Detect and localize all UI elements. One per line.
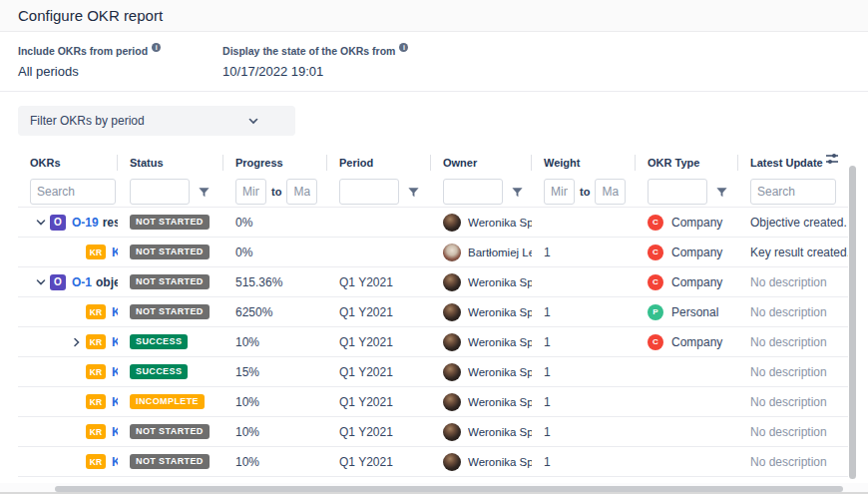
column-header-owner: Owner bbox=[431, 149, 532, 177]
okr-cell: KRKR-2e bbox=[18, 327, 118, 356]
status-badge: SUCCESS bbox=[130, 334, 188, 349]
filter-dropdown-label: Filter OKRs by period bbox=[30, 114, 247, 128]
status-cell: NOT STARTED bbox=[118, 267, 223, 296]
status-badge: NOT STARTED bbox=[130, 245, 210, 259]
column-header-label: Period bbox=[339, 157, 373, 169]
owner-cell: Weronika Spale bbox=[431, 267, 532, 296]
section-divider bbox=[0, 91, 868, 92]
filter-cell-weight: to bbox=[532, 177, 636, 207]
okr-type-cell bbox=[636, 387, 738, 416]
filter-max-input-progress[interactable] bbox=[286, 179, 317, 205]
latest-update-text: Objective created. bbox=[750, 216, 847, 230]
latest-update-text: No description bbox=[750, 455, 827, 469]
table-row: KRKR-3eSUCCESS15%Q1 Y2021Weronika Spale1… bbox=[18, 356, 848, 386]
okr-type-cell: CCompany bbox=[636, 208, 738, 237]
table-row: KRKR-5cNOT STARTED10%Q1 Y2021Weronika Sp… bbox=[18, 416, 848, 446]
weight-cell: 1 bbox=[532, 447, 636, 476]
filter-max-input-weight[interactable] bbox=[595, 179, 626, 205]
owner-name: Weronika Spale bbox=[468, 426, 532, 438]
table-header-row: OKRsStatusProgressPeriodOwnerWeightOKR T… bbox=[18, 149, 848, 177]
key-result-icon: KR bbox=[86, 304, 106, 319]
include-period-value: All periods bbox=[18, 64, 161, 79]
status-badge: SUCCESS bbox=[130, 364, 188, 379]
filter-min-input-weight[interactable] bbox=[544, 179, 575, 205]
status-badge: INCOMPLETE bbox=[130, 394, 205, 409]
status-cell: NOT STARTED bbox=[118, 208, 223, 237]
column-header-progress: Progress bbox=[223, 149, 327, 177]
okr-id-link[interactable]: O-19 bbox=[72, 216, 99, 230]
okr-type-cell: CCompany bbox=[636, 327, 738, 356]
vertical-scrollbar[interactable] bbox=[849, 166, 856, 479]
filter-cell-progress: to bbox=[223, 177, 327, 207]
okr-type-label: Company bbox=[671, 335, 722, 349]
state-from-label: Display the state of the OKRs from bbox=[222, 45, 395, 57]
status-cell: SUCCESS bbox=[118, 357, 223, 386]
filter-select-input-period[interactable] bbox=[339, 179, 399, 205]
okr-name: obje... bbox=[96, 275, 118, 289]
filter-funnel-icon[interactable] bbox=[407, 186, 420, 199]
column-header-label: Weight bbox=[544, 157, 580, 169]
table-row: OO-19res...NOT STARTED0%Weronika SpaleCC… bbox=[18, 207, 848, 237]
weight-cell: 1 bbox=[532, 387, 636, 416]
collapse-chevron-icon[interactable] bbox=[34, 275, 48, 289]
okr-type-label: Personal bbox=[671, 305, 718, 319]
filter-cell-owner bbox=[431, 177, 532, 207]
filter-select-input-status[interactable] bbox=[130, 179, 190, 205]
okr-type-cell: CCompany bbox=[636, 267, 738, 296]
filter-min-input-progress[interactable] bbox=[235, 179, 266, 205]
okr-cell: KRKR-6c bbox=[18, 447, 118, 476]
owner-name: Weronika Spale bbox=[468, 276, 532, 288]
latest-update-text: No description bbox=[750, 335, 827, 349]
owner-cell: Weronika Spale bbox=[431, 417, 532, 446]
filter-cell-period bbox=[327, 177, 431, 207]
okr-type-cell bbox=[636, 357, 738, 386]
page-header: Configure OKR report bbox=[0, 0, 868, 32]
progress-cell: 10% bbox=[223, 447, 327, 476]
info-icon[interactable]: i bbox=[399, 43, 408, 52]
status-badge: NOT STARTED bbox=[130, 215, 210, 230]
okr-type-label: Company bbox=[671, 246, 722, 259]
column-header-label: OKRs bbox=[30, 157, 61, 169]
company-type-icon: C bbox=[648, 274, 663, 290]
filter-cell-okrs bbox=[18, 177, 118, 207]
period-cell bbox=[327, 238, 431, 266]
latest-update-text: No description bbox=[750, 305, 827, 319]
filter-funnel-icon[interactable] bbox=[511, 186, 524, 199]
filter-okrs-by-period-dropdown[interactable]: Filter OKRs by period bbox=[18, 106, 295, 136]
company-type-icon: C bbox=[648, 334, 663, 350]
filter-search-input-latest-update[interactable] bbox=[750, 179, 836, 205]
info-icon[interactable]: i bbox=[152, 43, 161, 52]
include-period-label: Include OKRs from period bbox=[18, 45, 148, 57]
filter-funnel-icon[interactable] bbox=[198, 186, 211, 199]
include-period-block: Include OKRs from period i All periods bbox=[18, 45, 161, 79]
status-cell: SUCCESS bbox=[118, 327, 223, 356]
latest-update-text: No description bbox=[750, 425, 827, 439]
period-cell: Q1 Y2021 bbox=[327, 387, 431, 416]
progress-cell: 0% bbox=[223, 208, 327, 237]
filter-cell-okr-type bbox=[636, 177, 738, 207]
avatar bbox=[443, 273, 461, 291]
period-cell: Q1 Y2021 bbox=[327, 447, 431, 476]
progress-cell: 515.36% bbox=[223, 267, 327, 296]
collapse-chevron-icon[interactable] bbox=[34, 216, 48, 230]
filter-select-input-okr-type[interactable] bbox=[648, 179, 707, 205]
filter-funnel-icon[interactable] bbox=[715, 186, 728, 199]
status-cell: NOT STARTED bbox=[118, 417, 223, 446]
column-header-label: Progress bbox=[235, 157, 283, 169]
filter-select-input-owner[interactable] bbox=[443, 179, 503, 205]
table-body: OO-19res...NOT STARTED0%Weronika SpaleCC… bbox=[18, 207, 848, 477]
column-header-label: OKR Type bbox=[648, 157, 699, 169]
expand-chevron-icon[interactable] bbox=[70, 335, 84, 349]
filter-search-input-okrs[interactable] bbox=[30, 179, 116, 205]
table-settings-icon[interactable] bbox=[824, 151, 840, 167]
status-cell: INCOMPLETE bbox=[118, 387, 223, 416]
owner-name: Weronika Spale bbox=[468, 336, 532, 348]
objective-icon: O bbox=[50, 274, 66, 290]
latest-update-cell: No description bbox=[738, 447, 848, 476]
owner-cell: Weronika Spale bbox=[431, 208, 532, 237]
okr-cell: KRKR-5c bbox=[18, 417, 118, 446]
table-row: KRKR-1K.NOT STARTED6250%Q1 Y2021Weronika… bbox=[18, 296, 848, 326]
okr-id-link[interactable]: O-1 bbox=[72, 275, 92, 289]
state-from-block: Display the state of the OKRs from i 10/… bbox=[222, 45, 408, 79]
progress-cell: 15% bbox=[223, 357, 327, 386]
